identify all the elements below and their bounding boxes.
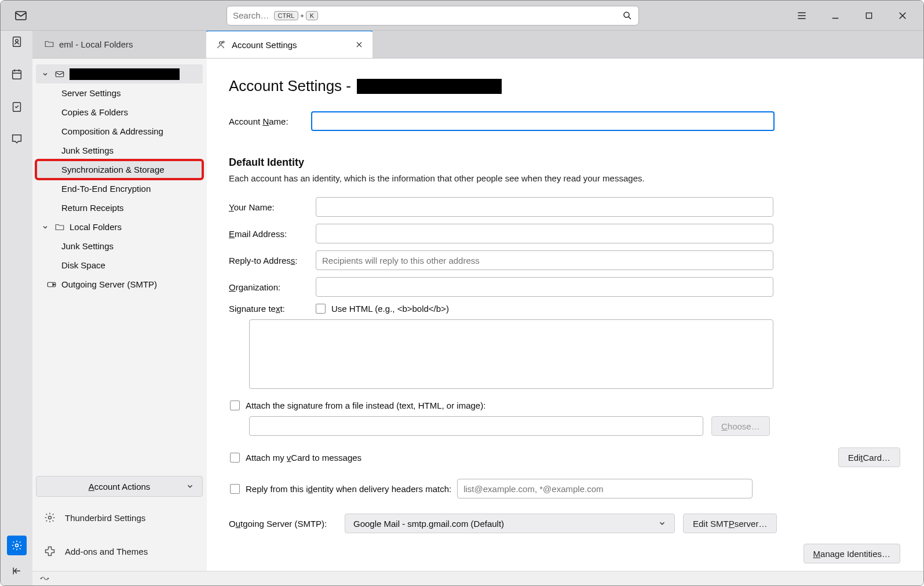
tab-folder-label: eml - Local Folders bbox=[59, 39, 133, 49]
svg-point-1 bbox=[624, 12, 629, 17]
use-html-label: Use HTML (e.g., <b>bold</b>) bbox=[331, 304, 449, 314]
puzzle-icon bbox=[44, 545, 56, 557]
tab-account-settings[interactable]: Account Settings bbox=[206, 31, 372, 58]
mail-account-icon bbox=[54, 69, 65, 79]
sidebar-item-e2e-encryption[interactable]: End-To-End Encryption bbox=[36, 179, 203, 198]
folder-icon bbox=[54, 222, 65, 232]
svg-point-12 bbox=[49, 516, 52, 519]
identity-description: Each account has an identity, which is t… bbox=[229, 173, 900, 183]
chevron-down-icon[interactable] bbox=[41, 224, 50, 231]
collapse-rail-icon[interactable] bbox=[9, 563, 24, 578]
chevron-down-icon[interactable] bbox=[41, 71, 50, 78]
tasks-icon[interactable] bbox=[9, 99, 24, 114]
account-name-label: Account Name: bbox=[229, 117, 311, 126]
local-folders-label: Local Folders bbox=[70, 222, 122, 232]
close-window-icon[interactable] bbox=[896, 9, 910, 23]
accounts-sidebar: Server Settings Copies & Folders Composi… bbox=[32, 59, 207, 571]
account-actions-button[interactable]: Account Actions bbox=[36, 476, 203, 497]
svg-rect-0 bbox=[16, 12, 26, 20]
edit-card-button[interactable]: Edit Card… bbox=[838, 447, 900, 467]
sidebar-item-outgoing-smtp[interactable]: Outgoing Server (SMTP) bbox=[36, 275, 203, 294]
email-label: Email Address: bbox=[229, 229, 316, 239]
smtp-select-value: Google Mail - smtp.gmail.com (Default) bbox=[353, 519, 504, 529]
svg-rect-2 bbox=[866, 13, 871, 18]
folder-icon bbox=[44, 39, 54, 49]
close-tab-icon[interactable] bbox=[303, 41, 363, 49]
smtp-select[interactable]: Google Mail - smtp.gmail.com (Default) bbox=[345, 514, 675, 533]
svg-point-8 bbox=[220, 42, 222, 45]
calendar-icon[interactable] bbox=[9, 67, 24, 82]
your-name-label: Your Name: bbox=[229, 202, 316, 212]
reply-match-checkbox[interactable] bbox=[230, 484, 240, 494]
sidebar-item-sync-storage[interactable]: Synchronization & Storage bbox=[36, 160, 203, 179]
attach-file-checkbox[interactable] bbox=[230, 401, 240, 410]
signature-text-label: Signature text: bbox=[229, 304, 316, 314]
chat-icon[interactable] bbox=[9, 132, 24, 147]
email-input[interactable] bbox=[316, 224, 773, 243]
tab-strip: eml - Local Folders Account Settings bbox=[32, 31, 923, 59]
chevron-down-icon bbox=[186, 482, 194, 490]
reply-to-input[interactable] bbox=[316, 250, 773, 270]
svg-rect-5 bbox=[12, 71, 21, 79]
account-email-redacted bbox=[357, 79, 502, 94]
gear-icon bbox=[44, 512, 56, 523]
attach-file-label: Attach the signature from a file instead… bbox=[246, 401, 485, 410]
thunderbird-settings-link[interactable]: Thunderbird Settings bbox=[36, 505, 203, 530]
organization-input[interactable] bbox=[316, 277, 773, 297]
use-html-checkbox[interactable] bbox=[316, 304, 326, 314]
svg-point-9 bbox=[222, 41, 224, 43]
svg-point-7 bbox=[15, 544, 18, 547]
reply-to-label: Reply-to Address: bbox=[229, 256, 316, 265]
choose-file-button[interactable]: Choose… bbox=[711, 416, 770, 436]
spaces-toolbar bbox=[1, 31, 32, 585]
sync-activity-icon bbox=[39, 575, 50, 582]
account-row[interactable] bbox=[36, 64, 203, 83]
hamburger-menu-icon[interactable] bbox=[795, 9, 809, 23]
status-bar bbox=[32, 571, 923, 585]
page-title: Account Settings - bbox=[229, 77, 900, 95]
reply-match-input[interactable] bbox=[457, 479, 753, 498]
edit-smtp-button[interactable]: Edit SMTP server… bbox=[683, 514, 777, 533]
search-icon[interactable] bbox=[622, 10, 633, 21]
account-name-input[interactable] bbox=[311, 111, 775, 131]
kbd-k: K bbox=[306, 11, 318, 20]
addons-themes-link[interactable]: Add-ons and Themes bbox=[36, 538, 203, 564]
signature-textarea[interactable] bbox=[249, 319, 773, 389]
chevron-down-icon bbox=[658, 519, 666, 527]
sidebar-item-server-settings[interactable]: Server Settings bbox=[36, 83, 203, 103]
sidebar-item-copies-folders[interactable]: Copies & Folders bbox=[36, 103, 203, 122]
svg-point-14 bbox=[48, 578, 49, 579]
svg-point-13 bbox=[41, 578, 42, 579]
kbd-ctrl: CTRL bbox=[274, 11, 299, 20]
reply-match-label: Reply from this identity when delivery h… bbox=[246, 484, 451, 494]
mail-app-icon bbox=[14, 9, 28, 23]
organization-label: Organization: bbox=[229, 282, 316, 292]
account-name-redacted bbox=[70, 68, 180, 80]
sidebar-item-disk-space[interactable]: Disk Space bbox=[36, 256, 203, 275]
your-name-input[interactable] bbox=[316, 197, 773, 217]
global-search[interactable]: Search… CTRL + K bbox=[227, 6, 639, 26]
attach-vcard-checkbox[interactable] bbox=[230, 453, 240, 463]
svg-point-4 bbox=[15, 39, 18, 42]
sidebar-item-return-receipts[interactable]: Return Receipts bbox=[36, 198, 203, 217]
minimize-icon[interactable] bbox=[828, 9, 842, 23]
signature-file-input[interactable] bbox=[249, 416, 703, 436]
titlebar: Search… CTRL + K bbox=[1, 1, 923, 31]
svg-rect-10 bbox=[56, 71, 64, 77]
search-placeholder: Search… bbox=[233, 10, 269, 20]
settings-space-icon[interactable] bbox=[7, 536, 27, 555]
account-actions-label: ccount Actions bbox=[94, 482, 151, 492]
smtp-icon bbox=[46, 279, 57, 290]
sidebar-item-composition-addressing[interactable]: Composition & Addressing bbox=[36, 122, 203, 141]
smtp-label: Outgoing Server (SMTP): bbox=[229, 519, 337, 529]
settings-content: Account Settings - Account Name: Default… bbox=[207, 59, 923, 571]
sidebar-item-junk-settings[interactable]: Junk Settings bbox=[36, 141, 203, 160]
local-folders-row[interactable]: Local Folders bbox=[36, 217, 203, 236]
address-book-icon[interactable] bbox=[9, 34, 24, 49]
manage-identities-button[interactable]: Manage Identities… bbox=[804, 544, 900, 563]
sidebar-item-local-junk[interactable]: Junk Settings bbox=[36, 236, 203, 256]
tab-settings-label: Account Settings bbox=[232, 40, 297, 50]
attach-vcard-label: Attach my vCard to messages bbox=[246, 453, 361, 463]
maximize-icon[interactable] bbox=[862, 9, 876, 23]
tab-folder[interactable]: eml - Local Folders bbox=[32, 31, 206, 58]
